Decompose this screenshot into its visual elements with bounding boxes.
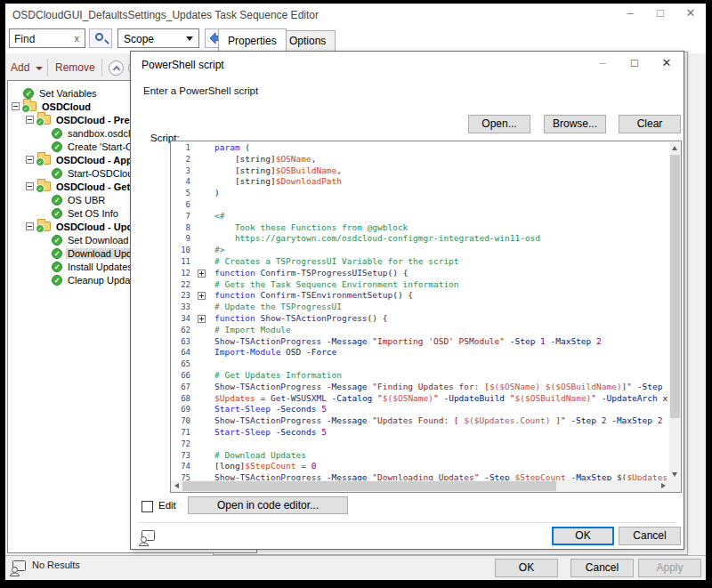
feedback-person-icon: [138, 529, 156, 551]
horizontal-scrollbar[interactable]: [171, 480, 669, 492]
open-button[interactable]: Open...: [468, 115, 530, 133]
line-number: 72: [171, 439, 194, 450]
line-number: 63: [171, 336, 194, 348]
line-number-gutter: 1234567891011122223333462636465666768697…: [171, 142, 194, 480]
line-number: 12: [171, 268, 194, 279]
apply-button[interactable]: Apply: [638, 559, 701, 577]
find-toolbar: Find x Scope Properties Options: [5, 27, 706, 53]
vertical-scrollbar[interactable]: [669, 142, 681, 480]
move-up-button[interactable]: [109, 60, 124, 76]
code-line: # Gets the Task Sequence Environment inf…: [194, 279, 668, 291]
line-number: 74: [171, 461, 194, 472]
fold-expand-icon[interactable]: [198, 315, 206, 323]
scroll-right-icon[interactable]: [661, 483, 666, 488]
tab-options[interactable]: Options: [279, 30, 336, 52]
find-clear-icon[interactable]: x: [75, 33, 80, 44]
code-text: Start-Sleep -Seconds 5: [214, 404, 327, 414]
add-dropdown-caret-icon[interactable]: [36, 67, 43, 70]
line-number: 8: [171, 222, 194, 234]
code-line: Show-TSActionProgress -Message "Finding …: [194, 382, 668, 393]
tree-item-label: Install Updates: [66, 262, 134, 272]
code-line: [string]$OSBuildName,: [194, 165, 668, 177]
code-line: function Confirm-TSProgressUISetup() {: [194, 268, 668, 279]
edit-checkbox-label: Edit: [158, 500, 176, 511]
tab-properties[interactable]: Properties: [218, 28, 287, 52]
scrollbar-corner: [669, 480, 681, 492]
line-number: 67: [171, 382, 194, 393]
code-text: param (: [214, 142, 250, 152]
collapse-icon[interactable]: [12, 102, 20, 110]
dialog-ok-button[interactable]: OK: [552, 527, 614, 545]
tree-item-label: Set Variables: [37, 88, 99, 99]
scroll-left-icon[interactable]: [174, 483, 179, 488]
toolbar-separator: [101, 59, 102, 77]
open-in-code-editor-button[interactable]: Open in code editor...: [188, 496, 348, 514]
dialog-divider: [138, 522, 676, 523]
search-button[interactable]: [89, 28, 112, 48]
find-input[interactable]: Find x: [9, 28, 85, 48]
code-text: [long]$StepCount = 0: [214, 461, 316, 471]
code-text: Show-TSActionProgress -Message "Importin…: [214, 336, 602, 346]
scroll-down-icon[interactable]: [672, 472, 677, 477]
code-text: Show-TSActionProgress -Message "Download…: [214, 472, 668, 480]
remove-button[interactable]: Remove: [55, 61, 95, 74]
vertical-scrollbar-thumb[interactable]: [670, 155, 680, 418]
add-button[interactable]: Add: [11, 61, 29, 74]
code-text: # Get Updates Information: [214, 370, 342, 380]
ok-button[interactable]: OK: [495, 559, 558, 577]
minimize-icon[interactable]: –: [596, 57, 609, 69]
line-number: 9: [171, 233, 194, 245]
fold-expand-icon[interactable]: [198, 292, 206, 300]
close-icon[interactable]: ✕: [660, 57, 673, 69]
cancel-button[interactable]: Cancel: [570, 559, 634, 577]
line-number: 65: [171, 358, 194, 370]
dialog-title: PowerShell script: [142, 59, 224, 71]
code-line: Import-Module OSD -Force: [194, 347, 668, 358]
code-line: [194, 439, 668, 450]
collapse-icon[interactable]: [26, 222, 34, 230]
collapse-icon[interactable]: [26, 182, 34, 190]
code-line: [194, 199, 668, 211]
code-text: Start-Sleep -Seconds 5: [214, 427, 327, 437]
code-line: [string]$OSName,: [194, 154, 668, 165]
maximize-icon[interactable]: □: [628, 57, 641, 69]
tree-item-label: OSDCloud: [40, 101, 93, 112]
close-icon[interactable]: ✕: [684, 7, 697, 20]
code-line: Show-TSActionProgress -Message "Updates …: [194, 415, 668, 427]
code-line: # Creates a TSProgressUI Variable for th…: [194, 256, 668, 268]
collapse-icon[interactable]: [26, 116, 34, 124]
code-line: [194, 358, 668, 370]
script-code-editor[interactable]: 1234567891011122223333462636465666768697…: [170, 141, 682, 493]
main-titlebar: OSDCloudGUI_DefaultsSettings_Updates Tas…: [5, 4, 706, 27]
edit-checkbox[interactable]: [142, 501, 153, 512]
dialog-cancel-button[interactable]: Cancel: [619, 527, 681, 545]
line-number: 73: [171, 450, 194, 462]
step-check-icon: ✓: [52, 208, 62, 219]
horizontal-scrollbar-thumb[interactable]: [182, 481, 556, 491]
line-number: 6: [171, 199, 194, 211]
code-line: https://garytown.com/osdcloud-configmgr-…: [194, 233, 668, 245]
code-line: [long]$StepCount = 0: [194, 461, 668, 472]
toolbar-separator: [47, 59, 48, 77]
task-sequence-editor-window: OSDCloudGUI_DefaultsSettings_Updates Tas…: [5, 4, 706, 580]
folder-check-icon: [37, 155, 51, 165]
code-text: # Import Module: [214, 325, 291, 334]
scope-dropdown-value: Scope: [124, 33, 154, 45]
chevron-down-icon: [186, 36, 193, 41]
chevron-up-icon: [113, 66, 120, 73]
browse-button[interactable]: Browse...: [544, 115, 606, 133]
code-text: Show-TSActionProgress -Message "Updates …: [214, 415, 662, 425]
scope-dropdown[interactable]: Scope: [117, 28, 199, 48]
maximize-icon[interactable]: □: [654, 7, 667, 20]
scroll-up-icon[interactable]: [672, 146, 677, 150]
line-number: 62: [171, 325, 194, 336]
minimize-icon[interactable]: –: [624, 7, 636, 20]
code-line: # Download Updates: [194, 450, 668, 462]
tree-item-label: OSDCloud - Prep: [54, 115, 137, 125]
code-text: [string]$OSName,: [214, 154, 316, 164]
clear-button[interactable]: Clear: [619, 115, 681, 133]
folder-check-icon: [23, 101, 36, 111]
fold-expand-icon[interactable]: [198, 270, 206, 278]
collapse-icon[interactable]: [26, 156, 34, 164]
line-number: 10: [171, 245, 194, 256]
